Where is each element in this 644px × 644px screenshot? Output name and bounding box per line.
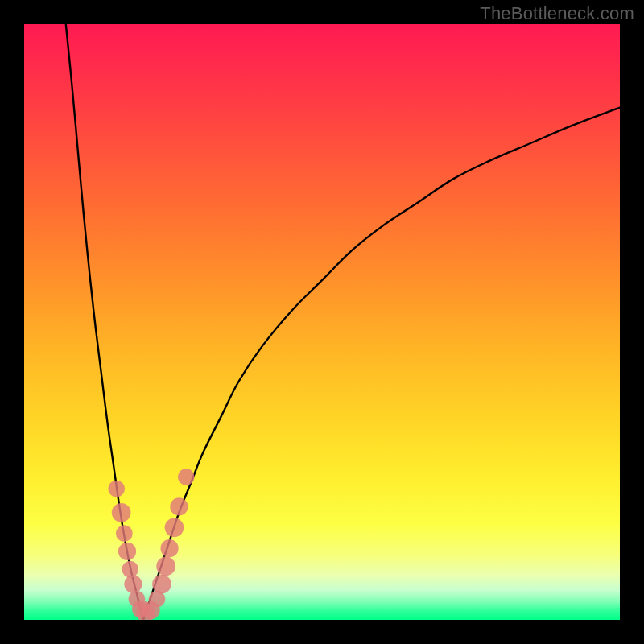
marker-point — [118, 543, 136, 560]
marker-point — [122, 561, 138, 578]
marker-point — [112, 503, 131, 522]
chart-frame: TheBottleneck.com — [0, 0, 644, 644]
marker-point — [160, 539, 178, 557]
markers-group — [108, 469, 194, 620]
marker-point — [108, 481, 125, 497]
marker-point — [124, 576, 142, 593]
plot-area — [24, 24, 620, 620]
series-right-curve — [143, 108, 620, 620]
watermark-text: TheBottleneck.com — [480, 3, 634, 24]
marker-point — [165, 518, 184, 537]
marker-point — [152, 575, 171, 594]
marker-point — [178, 469, 195, 485]
marker-point — [156, 557, 175, 576]
series-group — [66, 24, 620, 620]
marker-point — [116, 525, 133, 542]
curves-svg — [24, 24, 620, 620]
marker-point — [170, 497, 188, 515]
